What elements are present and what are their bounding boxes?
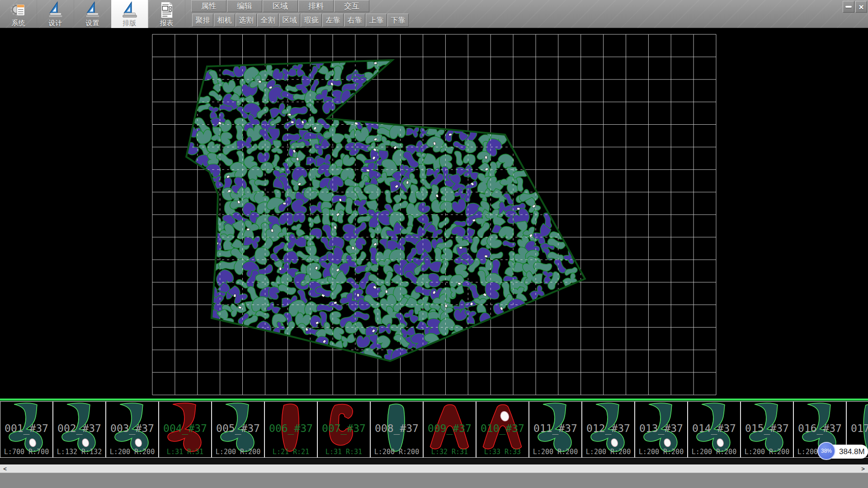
action-button-row: 聚排相机选割全割区域瑕疵左靠右靠上靠下靠 [192,14,409,27]
action-button-左靠[interactable]: 左靠 [322,14,344,27]
part-thumbnail-010_#37[interactable]: 010_#37L:33 R:33 [476,401,529,458]
part-thumbnail-014_#37[interactable]: 014_#37L:200 R:200 [688,401,741,458]
part-thumbnail-001_#37[interactable]: 001_#37L:700 R:700 [0,401,53,458]
ruler-icon [47,1,65,19]
memory-value: 384.8M [839,445,865,459]
part-id-label: 011_#37 [529,422,581,434]
close-button[interactable]: × [855,1,867,13]
part-thumbnail-003_#37[interactable]: 003_#37L:200 R:200 [106,401,159,458]
minimize-icon [845,6,852,8]
part-thumbnail-009_#37[interactable]: 009_#37L:32 R:31 [423,401,476,458]
nesting-canvas[interactable] [0,28,868,399]
part-id-label: 014_#37 [688,422,740,434]
part-thumbnail-015_#37[interactable]: 015_#37L:200 R:200 [741,401,793,458]
nesting-svg [0,28,868,399]
part-lr-label: L:200 R:200 [371,448,423,456]
part-id-label: 006_#37 [265,422,317,434]
scroll-left-arrow[interactable]: < [1,465,9,473]
main-button-排版[interactable]: 排版 [111,0,148,28]
part-thumbnail-008_#37[interactable]: 008_#37L:200 R:200 [370,401,423,458]
ruler-icon [84,1,102,19]
action-button-选割[interactable]: 选割 [236,14,257,27]
part-id-label: 012_#37 [582,422,634,434]
part-id-label: 010_#37 [476,422,528,434]
part-id-label: 009_#37 [424,422,476,434]
main-button-label: 排版 [123,19,137,27]
main-button-设计[interactable]: 设计 [37,0,74,28]
part-lr-label: L:31 R:31 [159,448,211,456]
menu-tab-排料[interactable]: 排料 [298,0,334,12]
main-button-label: 系统 [12,19,25,27]
part-thumbnail-013_#37[interactable]: 013_#37L:200 R:200 [635,401,688,458]
main-button-系统[interactable]: 系统 [0,0,37,28]
memory-usage-badge: 384.8M 38% [817,442,868,461]
main-button-label: 报表 [160,19,174,27]
part-id-label: 005_#37 [212,422,264,434]
part-lr-label: L:132 R:132 [53,448,105,456]
part-thumbnail-006_#37[interactable]: 006_#37L:21 R:21 [264,401,317,458]
part-lr-label: L:32 R:31 [424,448,476,456]
part-id-label: 002_#37 [53,422,105,434]
part-lr-label: L:31 R:31 [318,448,370,456]
part-thumbnail-005_#37[interactable]: 005_#37L:200 R:200 [212,401,264,458]
main-button-label: 设置 [86,19,99,27]
menu-tab-编辑[interactable]: 编辑 [227,0,262,12]
action-button-瑕疵[interactable]: 瑕疵 [301,14,322,27]
part-id-label: 007_#37 [318,422,370,434]
part-lr-label: L:33 R:33 [476,448,528,456]
main-button-group: 系统设计设置排版报表 [0,0,185,28]
part-lr-label: L:21 R:21 [265,448,317,456]
action-button-聚排[interactable]: 聚排 [192,14,213,27]
part-id-label: 013_#37 [635,422,687,434]
part-lr-label: L:200 R:200 [582,448,634,456]
part-thumbnail-007_#37[interactable]: 007_#37L:31 R:31 [317,401,370,458]
part-lr-label: L:200 R:200 [741,448,793,456]
action-button-下靠[interactable]: 下靠 [387,14,409,27]
horizontal-scrollbar[interactable]: < > [0,465,868,473]
action-button-上靠[interactable]: 上靠 [366,14,387,27]
window-controls: × [843,1,867,13]
menu-tab-bar: 属性编辑区域排料交互 [191,0,370,13]
close-icon: × [859,3,863,11]
menu-tab-属性[interactable]: 属性 [191,0,226,12]
part-thumbnail-004_#37[interactable]: 004_#37L:31 R:31 [159,401,212,458]
part-lr-label: L:200 R:200 [212,448,264,456]
gear-icon [9,1,28,19]
main-button-报表[interactable]: 报表 [148,0,185,28]
part-thumbnail-002_#37[interactable]: 002_#37L:132 R:132 [53,401,106,458]
main-button-label: 设计 [49,19,62,27]
menu-tab-交互[interactable]: 交互 [334,0,369,12]
menu-tab-区域[interactable]: 区域 [263,0,298,12]
strip-lower-gap [0,458,868,465]
report-icon [158,1,176,19]
part-thumbnail-012_#37[interactable]: 012_#37L:200 R:200 [582,401,635,458]
action-button-区域[interactable]: 区域 [279,14,300,27]
part-thumbnail-011_#37[interactable]: 011_#37L:200 R:200 [529,401,582,458]
main-button-设置[interactable]: 设置 [74,0,111,28]
part-lr-label: L:200 R:200 [688,448,740,456]
toolbar: 系统设计设置排版报表 属性编辑区域排料交互 聚排相机选割全割区域瑕疵左靠右靠上靠… [0,0,868,28]
part-id-label: 008_#37 [371,422,423,434]
part-lr-label: L:200 R:200 [529,448,581,456]
part-id-label: 015_#37 [741,422,793,434]
part-id-label: 017_#37 [847,422,868,434]
scroll-right-arrow[interactable]: > [859,465,867,473]
part-lr-label: L:700 R:700 [0,448,52,456]
part-id-label: 016_#37 [794,422,846,434]
action-button-相机[interactable]: 相机 [214,14,235,27]
ruler-icon [121,1,139,19]
parts-thumbnail-strip: 001_#37L:700 R:700002_#37L:132 R:132003_… [0,401,868,458]
part-lr-label: L:200 R:200 [106,448,158,456]
action-button-右靠[interactable]: 右靠 [344,14,365,27]
percent-circle: 38% [817,442,835,460]
minimize-button[interactable] [843,1,854,13]
action-button-全割[interactable]: 全割 [257,14,278,27]
status-bar [0,473,868,488]
part-id-label: 001_#37 [0,422,52,434]
part-lr-label: L:200 R:200 [635,448,687,456]
part-id-label: 003_#37 [106,422,158,434]
part-id-label: 004_#37 [159,422,211,434]
